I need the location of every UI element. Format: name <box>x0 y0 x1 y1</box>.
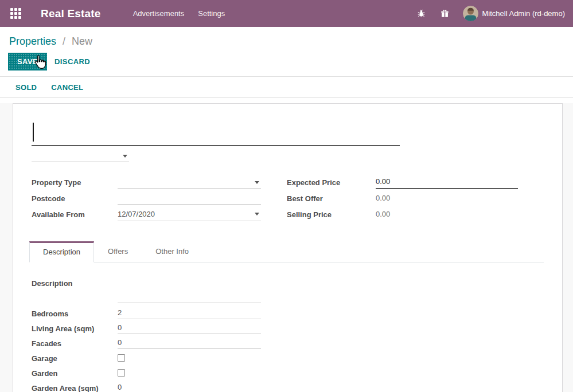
gift-icon <box>441 9 449 18</box>
field-column-left: Property Type Postcode Available From <box>32 174 287 222</box>
field-row-garden-area: Garden Area (sqm) 0 <box>32 380 544 392</box>
discard-button[interactable]: DISCARD <box>54 57 90 66</box>
tab-description[interactable]: Description <box>29 241 94 262</box>
available-from-label: Available From <box>32 210 118 219</box>
expected-price-value: 0.00 <box>376 177 390 186</box>
postcode-input[interactable] <box>118 193 261 205</box>
selling-price-value: 0.00 <box>376 208 390 221</box>
garden-area-value: 0 <box>118 383 122 391</box>
living-area-value: 0 <box>118 323 122 332</box>
garage-checkbox[interactable] <box>118 354 125 362</box>
menu-settings[interactable]: Settings <box>198 9 225 18</box>
chevron-down-icon <box>255 181 259 184</box>
app-name[interactable]: Real Estate <box>41 7 101 20</box>
sold-button[interactable]: SOLD <box>15 83 37 92</box>
facades-value: 0 <box>118 338 122 347</box>
living-area-label: Living Area (sqm) <box>32 323 118 333</box>
property-tags-input[interactable] <box>32 150 129 162</box>
field-row-living-area: Living Area (sqm) 0 <box>32 320 544 335</box>
field-column-right: Expected Price 0.00 Best Offer 0.00 Sell… <box>287 174 544 222</box>
expected-price-label: Expected Price <box>287 178 376 187</box>
field-row-selling-price: Selling Price 0.00 <box>287 206 544 222</box>
description-textarea[interactable] <box>118 278 261 303</box>
text-caret <box>33 123 34 142</box>
app-menus: Advertisements Settings <box>133 9 225 18</box>
facades-label: Facades <box>32 338 118 348</box>
property-type-label: Property Type <box>32 178 118 187</box>
user-name: Mitchell Admin (rd-demo) <box>482 9 566 18</box>
garden-area-input[interactable]: 0 <box>118 382 261 392</box>
available-from-date-input[interactable]: 12/07/2020 <box>118 208 261 221</box>
field-grid: Property Type Postcode Available From <box>32 174 544 222</box>
field-row-property-type: Property Type <box>32 174 287 190</box>
tab-content-description: Description Bedrooms 2 Living Area (sqm)… <box>32 262 544 392</box>
breadcrumb-separator: / <box>63 36 65 47</box>
apps-menu-button[interactable] <box>8 6 24 21</box>
breadcrumb-current: New <box>72 36 92 47</box>
field-row-postcode: Postcode <box>32 190 287 206</box>
navbar-right: Mitchell Admin (rd-demo) <box>402 6 566 21</box>
bedrooms-input[interactable]: 2 <box>118 307 261 319</box>
field-row-description: Description <box>32 278 544 303</box>
cancel-button[interactable]: CANCEL <box>51 83 83 92</box>
field-row-expected-price: Expected Price 0.00 <box>287 174 544 190</box>
expected-price-input[interactable]: 0.00 <box>376 175 518 189</box>
user-menu[interactable]: Mitchell Admin (rd-demo) <box>449 6 566 21</box>
garden-area-label: Garden Area (sqm) <box>32 383 118 392</box>
tab-offers[interactable]: Offers <box>94 241 142 262</box>
facades-input[interactable]: 0 <box>118 337 261 349</box>
apps-grid-icon <box>10 8 21 19</box>
notebook-tabs: Description Offers Other Info <box>29 241 544 262</box>
bug-icon <box>417 9 426 18</box>
save-button[interactable]: SAVE <box>8 53 47 70</box>
form-action-bar: SAVE DISCARD <box>0 48 573 76</box>
field-row-available-from: Available From 12/07/2020 <box>32 206 287 222</box>
selling-price-label: Selling Price <box>287 210 376 219</box>
form-view: Property Type Postcode Available From <box>0 103 573 392</box>
menu-advertisements[interactable]: Advertisements <box>133 9 185 18</box>
tab-other-info[interactable]: Other Info <box>142 241 202 262</box>
property-name-input[interactable] <box>32 121 400 146</box>
available-from-value: 12/07/2020 <box>118 210 155 218</box>
postcode-label: Postcode <box>32 194 118 203</box>
top-navbar: Real Estate Advertisements Settings <box>0 0 573 27</box>
form-statusbar: SOLD CANCEL <box>0 76 573 98</box>
garage-label: Garage <box>32 353 118 363</box>
field-row-best-offer: Best Offer 0.00 <box>287 190 544 206</box>
gift-icon[interactable] <box>441 9 449 18</box>
user-avatar <box>463 6 478 21</box>
garden-label: Garden <box>32 368 118 378</box>
best-offer-value: 0.00 <box>376 192 390 205</box>
field-row-facades: Facades 0 <box>32 335 544 350</box>
bedrooms-value: 2 <box>118 308 122 317</box>
bug-icon[interactable] <box>417 9 426 18</box>
description-label: Description <box>32 278 118 303</box>
field-row-garage: Garage <box>32 350 544 365</box>
form-sheet: Property Type Postcode Available From <box>13 103 563 392</box>
breadcrumb: Properties / New <box>0 27 573 48</box>
breadcrumb-properties-link[interactable]: Properties <box>9 36 56 47</box>
living-area-input[interactable]: 0 <box>118 322 261 334</box>
bedrooms-label: Bedrooms <box>32 308 118 318</box>
chevron-down-icon <box>123 155 127 158</box>
garden-checkbox[interactable] <box>118 369 125 377</box>
best-offer-label: Best Offer <box>287 194 376 203</box>
property-type-select[interactable] <box>118 177 261 189</box>
field-row-garden: Garden <box>32 365 544 380</box>
field-row-bedrooms: Bedrooms 2 <box>32 305 544 320</box>
chevron-down-icon <box>255 213 259 215</box>
